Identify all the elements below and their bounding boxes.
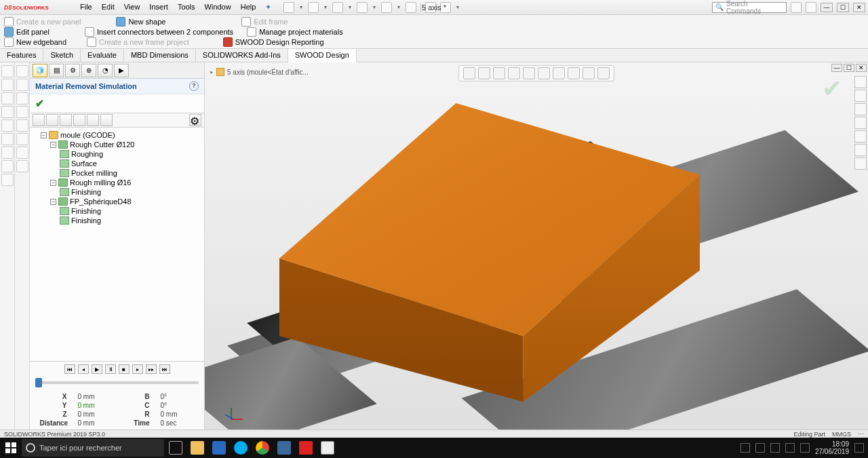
menu-tools[interactable]: Tools	[174, 1, 199, 13]
status-custom-icon[interactable]: ⋯	[858, 431, 864, 438]
fm-tab-property-icon[interactable]: ▤	[49, 64, 64, 77]
vt2-btn[interactable]	[16, 79, 28, 91]
sim-tb-btn[interactable]	[33, 114, 45, 126]
menu-search-icon[interactable]: ✦	[261, 1, 275, 13]
sim-tb-btn[interactable]	[60, 114, 72, 126]
sim-last-button[interactable]: ⏭	[159, 364, 170, 374]
vt1-btn[interactable]	[1, 133, 14, 145]
sim-prev-button[interactable]: ◂	[78, 364, 89, 374]
vt2-btn[interactable]	[16, 147, 28, 159]
tree-op-node[interactable]: Surface	[33, 159, 201, 168]
tray-volume-icon[interactable]	[785, 443, 795, 453]
sim-pause-button[interactable]: ⏸	[105, 364, 116, 374]
solidworks-task-icon[interactable]	[296, 438, 316, 457]
vt2-btn[interactable]	[16, 65, 28, 77]
tab-evaluate[interactable]: Evaluate	[81, 49, 124, 62]
sim-progress-slider[interactable]	[35, 377, 199, 389]
status-units[interactable]: MMGS	[832, 431, 851, 438]
tray-lang-icon[interactable]	[800, 443, 810, 453]
tree-root[interactable]: − moule (GCODE)	[33, 130, 201, 140]
vt2-btn[interactable]	[16, 160, 28, 172]
new-icon[interactable]	[283, 2, 294, 13]
start-button[interactable]	[1, 438, 20, 457]
user-icon[interactable]	[791, 2, 802, 13]
app-icon-2[interactable]	[317, 438, 338, 457]
fm-tab-config-icon[interactable]: ⚙	[65, 64, 80, 77]
tab-addins[interactable]: SOLIDWORKS Add-Ins	[196, 49, 288, 62]
menu-file[interactable]: File	[76, 1, 96, 13]
help-icon[interactable]	[806, 2, 816, 13]
cmd-new-shape[interactable]: New shape	[115, 17, 167, 26]
tray-network-icon[interactable]	[770, 443, 780, 453]
vt1-btn[interactable]	[1, 92, 14, 104]
menu-window[interactable]: Window	[201, 1, 235, 13]
fm-tab-display-icon[interactable]: ◔	[98, 64, 113, 77]
sim-tb-btn[interactable]	[87, 114, 99, 126]
vt1-btn[interactable]	[1, 174, 14, 186]
tree-op-node[interactable]: Finishing	[33, 206, 201, 216]
sim-tb-btn[interactable]	[73, 114, 85, 126]
vt2-btn[interactable]	[16, 119, 28, 132]
vt1-btn[interactable]	[1, 79, 14, 91]
cmd-insert-connectors[interactable]: Insert connectors between 2 components	[83, 27, 235, 37]
undo-dropdown-icon[interactable]: ▾	[396, 2, 401, 13]
tray-people-icon[interactable]	[755, 443, 765, 453]
slider-thumb[interactable]	[35, 378, 42, 387]
sim-settings-icon[interactable]: ⚙	[189, 114, 201, 126]
sim-fwd-button[interactable]: ▸▸	[146, 364, 157, 374]
collapse-icon[interactable]: −	[50, 199, 56, 205]
skype-icon[interactable]	[231, 438, 251, 457]
vt1-btn[interactable]	[1, 65, 14, 77]
app-icon[interactable]	[274, 438, 294, 457]
undo-icon[interactable]	[381, 2, 392, 13]
vt1-btn[interactable]	[1, 119, 14, 132]
cmd-new-edgeband[interactable]: New edgeband	[3, 37, 68, 47]
minimize-button[interactable]: —	[821, 3, 833, 12]
fm-tab-feature-tree-icon[interactable]: 🧊	[33, 64, 47, 77]
tree-tool-node[interactable]: − FP_SphériqueD48	[33, 197, 201, 206]
vt2-btn[interactable]	[16, 106, 28, 118]
menu-edit[interactable]: Edit	[98, 1, 119, 13]
tree-op-node[interactable]: Pocket milling	[33, 168, 201, 178]
tree-op-node[interactable]: Roughing	[33, 149, 201, 159]
sim-play-button[interactable]: ▶	[92, 364, 102, 374]
redo-icon[interactable]	[406, 2, 416, 13]
vt2-btn[interactable]	[16, 133, 28, 145]
tab-mbd[interactable]: MBD Dimensions	[124, 49, 196, 62]
action-center-icon[interactable]	[854, 443, 864, 453]
chrome-icon[interactable]	[252, 438, 273, 457]
tab-swood-design[interactable]: SWOOD Design	[288, 49, 357, 62]
cmd-swood-reporting[interactable]: SWOOD Design Reporting	[222, 37, 326, 47]
sim-first-button[interactable]: ⏮	[64, 364, 75, 374]
open-dropdown-icon[interactable]: ▾	[323, 2, 328, 13]
vt1-btn[interactable]	[1, 106, 14, 118]
sim-tb-btn[interactable]	[46, 114, 58, 126]
tree-op-node[interactable]: Finishing	[33, 216, 201, 225]
cmd-edit-panel[interactable]: Edit panel	[3, 27, 51, 37]
vt1-btn[interactable]	[1, 147, 14, 159]
sim-stop-button[interactable]: ■	[119, 364, 130, 374]
sim-tb-btn[interactable]	[100, 114, 113, 126]
vt2-btn[interactable]	[16, 92, 28, 104]
print-icon[interactable]	[357, 2, 368, 13]
vt1-btn[interactable]	[1, 160, 14, 172]
accept-button[interactable]: ✔	[30, 94, 204, 113]
close-button[interactable]: ✕	[853, 3, 865, 12]
fm-tab-cam-icon[interactable]: ▶	[114, 64, 129, 77]
menu-view[interactable]: View	[120, 1, 144, 13]
tree-tool-node[interactable]: − Rough milling Ø16	[33, 178, 201, 187]
taskbar-search[interactable]: Taper ici pour rechercher	[22, 439, 164, 457]
tray-up-icon[interactable]	[741, 443, 750, 453]
tab-sketch[interactable]: Sketch	[43, 49, 81, 62]
options-dropdown-icon[interactable]: ▾	[455, 2, 460, 13]
cmd-manage-materials[interactable]: Manage project materials	[245, 27, 344, 37]
open-icon[interactable]	[308, 2, 319, 13]
collapse-icon[interactable]: −	[50, 180, 56, 186]
tree-tool-node[interactable]: − Rough Cutter Ø120	[33, 140, 201, 149]
new-dropdown-icon[interactable]: ▾	[298, 2, 304, 13]
search-commands-input[interactable]: 🔍 Search Commands	[712, 2, 787, 13]
print-dropdown-icon[interactable]: ▾	[372, 2, 377, 13]
menu-help[interactable]: Help	[237, 1, 260, 13]
maximize-button[interactable]: ☐	[837, 3, 849, 12]
collapse-icon[interactable]: −	[50, 142, 56, 148]
